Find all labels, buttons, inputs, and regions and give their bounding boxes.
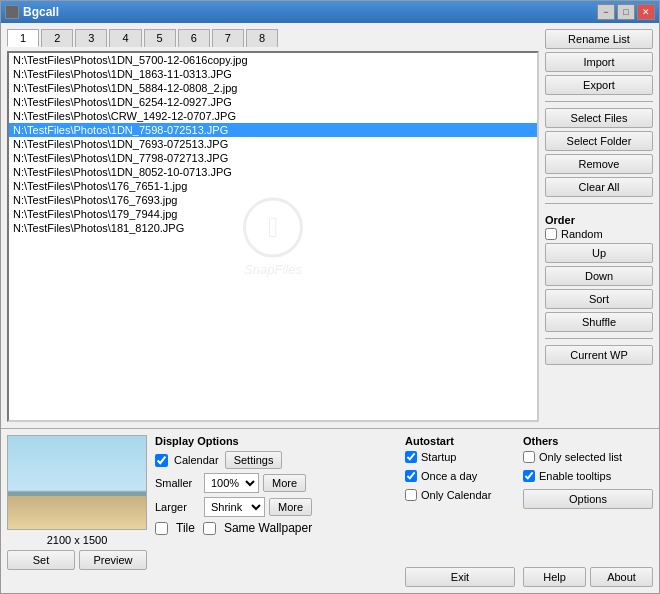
rename-list-button[interactable]: Rename List xyxy=(545,29,653,49)
display-options-title: Display Options xyxy=(155,435,397,447)
sep1 xyxy=(545,101,653,102)
random-checkbox[interactable] xyxy=(545,228,557,240)
import-button[interactable]: Import xyxy=(545,52,653,72)
file-item[interactable]: N:\TestFiles\Photos\1DN_7693-072513.JPG xyxy=(9,137,537,151)
file-item[interactable]: N:\TestFiles\Photos\1DN_1863-11-0313.JPG xyxy=(9,67,537,81)
larger-select[interactable]: Shrink Stretch Fit Tile xyxy=(204,497,265,517)
tab-7[interactable]: 7 xyxy=(212,29,244,47)
about-button[interactable]: About xyxy=(590,567,653,587)
file-item[interactable]: N:\TestFiles\Photos\1DN_5884-12-0808_2.j… xyxy=(9,81,537,95)
settings-button[interactable]: Settings xyxy=(225,451,283,469)
up-button[interactable]: Up xyxy=(545,243,653,263)
tile-checkbox[interactable] xyxy=(155,522,168,535)
thumbnail-svg xyxy=(8,436,147,530)
smaller-more-button[interactable]: More xyxy=(263,474,306,492)
autostart-section: Autostart Startup Once a day Only Calend… xyxy=(405,435,515,587)
same-wallpaper-label: Same Wallpaper xyxy=(224,521,312,535)
down-button[interactable]: Down xyxy=(545,266,653,286)
file-item[interactable]: N:\TestFiles\Photos\181_8120.JPG xyxy=(9,221,537,235)
others-title: Others xyxy=(523,435,653,447)
smaller-label: Smaller xyxy=(155,477,200,489)
smaller-row: Smaller 100% 90% 80% More xyxy=(155,473,397,493)
sep3 xyxy=(545,338,653,339)
tab-2[interactable]: 2 xyxy=(41,29,73,47)
main-window: Bgcall − □ ✕ 1 2 3 4 5 6 7 8 xyxy=(0,0,660,594)
select-folder-button[interactable]: Select Folder xyxy=(545,131,653,151)
svg-rect-0 xyxy=(8,436,147,491)
larger-row: Larger Shrink Stretch Fit Tile More xyxy=(155,497,397,517)
larger-label: Larger xyxy=(155,501,200,513)
startup-label: Startup xyxy=(421,451,456,463)
only-selected-label: Only selected list xyxy=(539,451,622,463)
thumb-buttons: Set Preview xyxy=(7,550,147,570)
thumbnail-image xyxy=(7,435,147,530)
same-wallpaper-checkbox[interactable] xyxy=(203,522,216,535)
svg-rect-1 xyxy=(8,491,147,509)
current-wp-button[interactable]: Current WP xyxy=(545,345,653,365)
tab-3[interactable]: 3 xyxy=(75,29,107,47)
svg-rect-2 xyxy=(8,509,147,530)
sort-button[interactable]: Sort xyxy=(545,289,653,309)
order-label: Order xyxy=(545,214,653,226)
tab-1[interactable]: 1 xyxy=(7,29,39,47)
set-button[interactable]: Set xyxy=(7,550,75,570)
clear-all-button[interactable]: Clear All xyxy=(545,177,653,197)
remove-button[interactable]: Remove xyxy=(545,154,653,174)
file-item[interactable]: N:\TestFiles\Photos\1DN_7598-072513.JPG xyxy=(9,123,537,137)
random-row: Random xyxy=(545,228,653,240)
thumbnail-area: 2100 x 1500 Set Preview xyxy=(7,435,147,587)
file-item[interactable]: N:\TestFiles\Photos\176_7693.jpg xyxy=(9,193,537,207)
window-title: Bgcall xyxy=(23,5,59,19)
once-a-day-row: Once a day xyxy=(405,470,515,482)
calendar-checkbox[interactable] xyxy=(155,454,168,467)
file-list-wrapper: N:\TestFiles\Photos\1DN_5700-12-0616copy… xyxy=(7,51,539,422)
preview-button[interactable]: Preview xyxy=(79,550,147,570)
only-calendar-row: Only Calendar xyxy=(405,489,515,501)
smaller-select[interactable]: 100% 90% 80% xyxy=(204,473,259,493)
options-button[interactable]: Options xyxy=(523,489,653,509)
close-button[interactable]: ✕ xyxy=(637,4,655,20)
window-controls: − □ ✕ xyxy=(597,4,655,20)
select-files-button[interactable]: Select Files xyxy=(545,108,653,128)
file-list-scroll[interactable]: N:\TestFiles\Photos\1DN_5700-12-0616copy… xyxy=(9,53,537,420)
random-label: Random xyxy=(561,228,603,240)
right-panel: Rename List Import Export Select Files S… xyxy=(545,29,653,422)
app-icon xyxy=(5,5,19,19)
file-item[interactable]: N:\TestFiles\Photos\1DN_5700-12-0616copy… xyxy=(9,53,537,67)
exit-button[interactable]: Exit xyxy=(405,567,515,587)
file-item[interactable]: N:\TestFiles\Photos\179_7944.jpg xyxy=(9,207,537,221)
tab-8[interactable]: 8 xyxy=(246,29,278,47)
others-section: Others Only selected list Enable tooltip… xyxy=(523,435,653,587)
maximize-button[interactable]: □ xyxy=(617,4,635,20)
autostart-title: Autostart xyxy=(405,435,515,447)
tabs-row: 1 2 3 4 5 6 7 8 xyxy=(7,29,539,47)
enable-tooltips-row: Enable tooltips xyxy=(523,470,653,482)
tab-6[interactable]: 6 xyxy=(178,29,210,47)
only-calendar-label: Only Calendar xyxy=(421,489,491,501)
order-group: Order Random Up Down Sort Shuffle xyxy=(545,214,653,332)
tile-row: Tile Same Wallpaper xyxy=(155,521,397,535)
file-item[interactable]: N:\TestFiles\Photos\1DN_8052-10-0713.JPG xyxy=(9,165,537,179)
calendar-label: Calendar xyxy=(174,454,219,466)
export-button[interactable]: Export xyxy=(545,75,653,95)
only-calendar-checkbox[interactable] xyxy=(405,489,417,501)
file-item[interactable]: N:\TestFiles\Photos\176_7651-1.jpg xyxy=(9,179,537,193)
once-a-day-checkbox[interactable] xyxy=(405,470,417,482)
tab-5[interactable]: 5 xyxy=(144,29,176,47)
titlebar: Bgcall − □ ✕ xyxy=(1,1,659,23)
help-button[interactable]: Help xyxy=(523,567,586,587)
only-selected-checkbox[interactable] xyxy=(523,451,535,463)
larger-more-button[interactable]: More xyxy=(269,498,312,516)
enable-tooltips-checkbox[interactable] xyxy=(523,470,535,482)
tab-4[interactable]: 4 xyxy=(109,29,141,47)
only-selected-row: Only selected list xyxy=(523,451,653,463)
file-list: N:\TestFiles\Photos\1DN_5700-12-0616copy… xyxy=(9,53,537,235)
calendar-row: Calendar Settings xyxy=(155,451,397,469)
startup-checkbox[interactable] xyxy=(405,451,417,463)
file-item[interactable]: N:\TestFiles\Photos\1DN_7798-072713.JPG xyxy=(9,151,537,165)
file-item[interactable]: N:\TestFiles\Photos\1DN_6254-12-0927.JPG xyxy=(9,95,537,109)
image-size: 2100 x 1500 xyxy=(7,534,147,546)
minimize-button[interactable]: − xyxy=(597,4,615,20)
shuffle-button[interactable]: Shuffle xyxy=(545,312,653,332)
file-item[interactable]: N:\TestFiles\Photos\CRW_1492-12-0707.JPG xyxy=(9,109,537,123)
